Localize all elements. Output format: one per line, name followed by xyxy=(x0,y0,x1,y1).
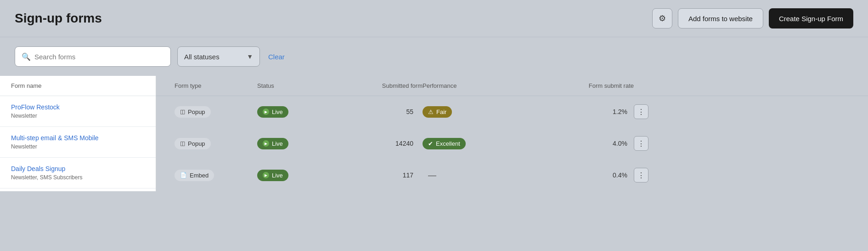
form-name-title: ProFlow Restock xyxy=(11,103,145,111)
submit-rate-cell: 4.0% xyxy=(533,140,634,147)
table-row: 📄 Embed ▶ Live 117 — 0.4% ⋮ xyxy=(156,160,868,191)
table-row: ◫ Popup ▶ Live 14240 ✔Excellent 4.0% ⋮ xyxy=(156,128,868,160)
clear-button[interactable]: Clear xyxy=(266,53,287,61)
check-icon: ✔ xyxy=(428,140,433,147)
live-play-icon: ▶ xyxy=(263,108,269,115)
status-cell: ▶ Live xyxy=(257,138,331,149)
performance-badge: ✔Excellent xyxy=(423,138,466,149)
status-badge: ▶ Live xyxy=(257,138,288,149)
warning-icon: ⚠ xyxy=(428,108,434,115)
more-options-button[interactable]: ⋮ xyxy=(634,168,648,183)
more-options-button[interactable]: ⋮ xyxy=(634,136,648,151)
live-play-icon: ▶ xyxy=(263,172,269,178)
form-name-panel: Form name ProFlow Restock Newsletter Mul… xyxy=(0,76,156,191)
status-cell: ▶ Live xyxy=(257,170,331,181)
status-dropdown-label: All statuses xyxy=(184,53,220,61)
more-actions-cell: ⋮ xyxy=(634,104,661,119)
submitted-cell: 117 xyxy=(331,171,423,179)
search-icon: 🔍 xyxy=(22,52,31,61)
header: Sign-up forms ⚙ Add forms to website Cre… xyxy=(0,0,868,37)
form-type-cell: 📄 Embed xyxy=(175,170,257,181)
form-type-icon: 📄 xyxy=(180,172,187,178)
form-name-subtitle: Newsletter xyxy=(11,113,145,119)
status-badge: ▶ Live xyxy=(257,106,288,118)
performance-dash: — xyxy=(423,171,436,180)
form-type-icon: ◫ xyxy=(180,108,185,115)
form-name-subtitle: Newsletter, SMS Subscribers xyxy=(11,174,145,181)
search-box: 🔍 xyxy=(15,46,171,67)
table-header-row: Form type Status Submitted form Performa… xyxy=(156,76,868,96)
gear-button[interactable]: ⚙ xyxy=(652,8,672,29)
more-options-button[interactable]: ⋮ xyxy=(634,104,648,119)
status-dropdown[interactable]: All statuses ▼ xyxy=(177,46,260,67)
form-name-row[interactable]: ProFlow Restock Newsletter xyxy=(0,96,156,127)
search-input[interactable] xyxy=(34,53,164,61)
form-name-row[interactable]: Multi-step email & SMS Mobile Newsletter xyxy=(0,127,156,158)
header-actions: ⚙ Add forms to website Create Sign-up Fo… xyxy=(652,8,853,29)
form-name-title: Daily Deals Signup xyxy=(11,165,145,172)
form-type-badge: ◫ Popup xyxy=(175,138,211,149)
col-header-status: Status xyxy=(257,82,331,89)
table-row: ◫ Popup ▶ Live 55 ⚠Fair 1.2% ⋮ xyxy=(156,96,868,128)
form-name-subtitle: Newsletter xyxy=(11,143,145,150)
submit-rate-cell: 0.4% xyxy=(533,171,634,179)
more-actions-cell: ⋮ xyxy=(634,136,661,151)
status-cell: ▶ Live xyxy=(257,106,331,118)
live-play-icon: ▶ xyxy=(263,140,269,147)
form-type-badge: 📄 Embed xyxy=(175,170,214,181)
form-name-row[interactable]: Daily Deals Signup Newsletter, SMS Subsc… xyxy=(0,158,156,188)
performance-badge: ⚠Fair xyxy=(423,106,452,118)
performance-cell: — xyxy=(423,171,533,180)
form-name-column-header: Form name xyxy=(0,76,156,96)
col-header-form-type: Form type xyxy=(175,82,257,89)
submitted-cell: 55 xyxy=(331,108,423,115)
create-signup-form-button[interactable]: Create Sign-up Form xyxy=(769,8,853,29)
status-badge: ▶ Live xyxy=(257,170,288,181)
form-type-badge: ◫ Popup xyxy=(175,106,211,118)
performance-cell: ⚠Fair xyxy=(423,106,533,118)
submit-rate-cell: 1.2% xyxy=(533,108,634,115)
main-content: Form name ProFlow Restock Newsletter Mul… xyxy=(0,76,868,191)
col-header-submit-rate: Form submit rate xyxy=(533,82,634,89)
submitted-cell: 14240 xyxy=(331,140,423,147)
more-actions-cell: ⋮ xyxy=(634,168,661,183)
col-header-submitted: Submitted form xyxy=(331,82,423,89)
table-area: Form type Status Submitted form Performa… xyxy=(156,76,868,191)
add-forms-button[interactable]: Add forms to website xyxy=(678,8,763,29)
form-name-title: Multi-step email & SMS Mobile xyxy=(11,134,145,142)
form-type-icon: ◫ xyxy=(180,140,185,147)
form-type-cell: ◫ Popup xyxy=(175,106,257,118)
page-title: Sign-up forms xyxy=(15,11,102,26)
col-header-performance: Performance xyxy=(423,82,533,89)
performance-cell: ✔Excellent xyxy=(423,138,533,149)
form-type-cell: ◫ Popup xyxy=(175,138,257,149)
chevron-down-icon: ▼ xyxy=(247,53,253,60)
gear-icon: ⚙ xyxy=(659,13,666,23)
toolbar: 🔍 All statuses ▼ Clear xyxy=(0,37,868,76)
